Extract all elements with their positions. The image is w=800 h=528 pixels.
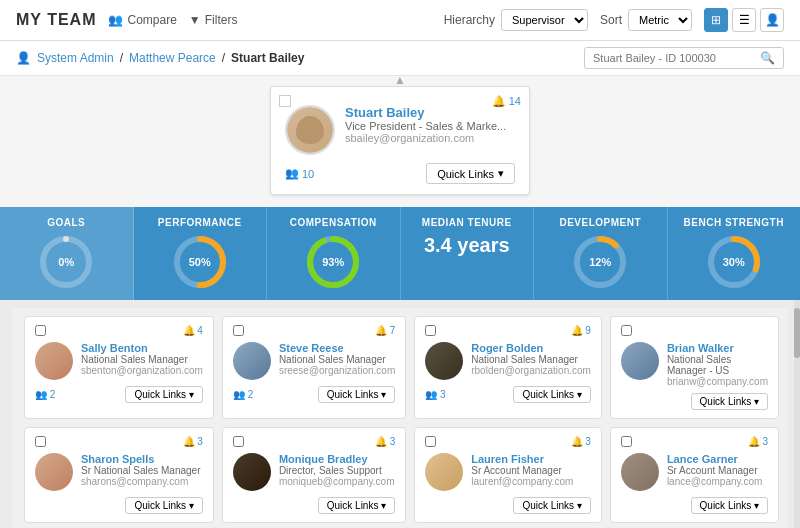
team-count: 👥 3 [425,389,445,400]
team-card-checkbox[interactable] [233,436,244,447]
page-title: MY TEAM [16,11,96,29]
team-avatar [233,453,271,491]
quick-links-button[interactable]: Quick Links ▾ [125,497,202,514]
scrollbar[interactable] [794,300,800,528]
team-member-email: sharons@company.com [81,476,201,487]
team-card-checkbox[interactable] [35,325,46,336]
team-avatar [233,342,271,380]
metric-label: GOALS [6,217,127,228]
quick-links-button[interactable]: Quick Links ▾ [513,497,590,514]
team-card-checkbox[interactable] [621,325,632,336]
manager-checkbox[interactable] [279,95,291,107]
breadcrumb-current: Stuart Bailey [231,51,304,65]
manager-quick-links[interactable]: Quick Links ▾ [426,163,515,184]
header-left: MY TEAM 👥 Compare ▼ Filters [16,11,237,29]
metrics-bar: GOALS 0% PERFORMANCE 50% COMPENSATION 93… [0,207,800,300]
alert-count: 🔔 3 [748,436,768,447]
metric-goals[interactable]: GOALS 0% [0,207,134,300]
team-card: 🔔 3 Monique Bradley Director, Sales Supp… [222,427,406,523]
team-card-header: 🔔 7 [233,325,395,336]
team-card-checkbox[interactable] [425,325,436,336]
team-card-header: 🔔 3 [425,436,591,447]
grid-view-button[interactable]: ⊞ [704,8,728,32]
manager-alert: 🔔 14 [492,95,521,108]
quick-links-button[interactable]: Quick Links ▾ [691,497,768,514]
list-view-button[interactable]: ☰ [732,8,756,32]
compare-button[interactable]: 👥 Compare [108,13,176,27]
team-card-header: 🔔 9 [425,325,591,336]
sort-select[interactable]: Metric [628,9,692,31]
quick-links-button[interactable]: Quick Links ▾ [318,497,395,514]
team-card: 🔔 4 Sally Benton National Sales Manager … [24,316,214,419]
team-card-footer: 👥 2 Quick Links ▾ [35,386,203,403]
team-member-name[interactable]: Sally Benton [81,342,203,354]
alert-count: 🔔 3 [183,436,203,447]
scrollbar-thumb[interactable] [794,308,800,358]
quick-links-button[interactable]: Quick Links ▾ [318,386,395,403]
team-member-email: lance@company.com [667,476,763,487]
team-card-checkbox[interactable] [35,436,46,447]
team-member-name[interactable]: Roger Bolden [471,342,591,354]
hierarchy-select[interactable]: Supervisor [501,9,588,31]
team-member-name[interactable]: Sharon Spells [81,453,201,465]
team-card-footer: Quick Links ▾ [621,497,768,514]
metric-median-tenure[interactable]: MEDIAN TENURE 3.4 years [401,207,535,300]
team-card-body: Lauren Fisher Sr Account Manager laurenf… [425,453,591,491]
team-card-checkbox[interactable] [233,325,244,336]
team-card: 🔔 3 Lauren Fisher Sr Account Manager lau… [414,427,602,523]
org-view-button[interactable]: 👤 [760,8,784,32]
filter-icon: ▼ [189,13,201,27]
search-input[interactable] [593,52,760,64]
team-member-title: National Sales Manager [81,354,203,365]
manager-card-body: Stuart Bailey Vice President - Sales & M… [285,105,515,155]
team-card-footer: 👥 2 Quick Links ▾ [233,386,395,403]
team-member-name[interactable]: Brian Walker [667,342,768,354]
donut-value: 93% [322,256,344,268]
quick-links-button[interactable]: Quick Links ▾ [513,386,590,403]
metric-label: BENCH STRENGTH [674,217,795,228]
alert-icon: 🔔 [492,95,506,107]
team-info: Roger Bolden National Sales Manager rbol… [471,342,591,376]
team-member-title: National Sales Manager [279,354,395,365]
metric-label: MEDIAN TENURE [407,217,528,228]
team-member-email: rbolden@organization.com [471,365,591,376]
team-member-name[interactable]: Monique Bradley [279,453,395,465]
quick-links-button[interactable]: Quick Links ▾ [691,393,768,410]
team-card: 🔔 9 Roger Bolden National Sales Manager … [414,316,602,419]
team-card-checkbox[interactable] [425,436,436,447]
sort-group: Sort Metric [600,9,692,31]
team-card-body: Lance Garner Sr Account Manager lance@co… [621,453,768,491]
team-card-footer: Quick Links ▾ [621,393,768,410]
header: MY TEAM 👥 Compare ▼ Filters Hierarchy Su… [0,0,800,41]
metric-performance[interactable]: PERFORMANCE 50% [134,207,268,300]
manager-email: sbailey@organization.com [345,132,515,144]
breadcrumb-system-admin[interactable]: System Admin [37,51,114,65]
metric-bench-strength[interactable]: BENCH STRENGTH 30% [668,207,801,300]
quick-links-button[interactable]: Quick Links ▾ [125,386,202,403]
metric-label: COMPENSATION [273,217,394,228]
breadcrumb: 👤 System Admin / Matthew Pearce / Stuart… [16,51,304,65]
team-card: 🔔 3 Lance Garner Sr Account Manager lanc… [610,427,779,523]
team-member-name[interactable]: Steve Reese [279,342,395,354]
metric-compensation[interactable]: COMPENSATION 93% [267,207,401,300]
filters-button[interactable]: ▼ Filters [189,13,238,27]
manager-name[interactable]: Stuart Bailey [345,105,515,120]
team-card-body: Sharon Spells Sr National Sales Manager … [35,453,203,491]
team-card-header: 🔔 4 [35,325,203,336]
team-card-checkbox[interactable] [621,436,632,447]
team-info: Sharon Spells Sr National Sales Manager … [81,453,201,487]
team-member-name[interactable]: Lance Garner [667,453,763,465]
team-info: Sally Benton National Sales Manager sben… [81,342,203,376]
donut-chart: 50% [172,234,228,290]
manager-card: 🔔 14 Stuart Bailey Vice President - Sale… [270,86,530,195]
team-count: 👥 2 [35,389,55,400]
donut-chart: 30% [706,234,762,290]
breadcrumb-icon: 👤 [16,51,31,65]
metric-development[interactable]: DEVELOPMENT 12% [534,207,668,300]
search-box[interactable]: 🔍 [584,47,784,69]
donut-chart: 93% [305,234,361,290]
breadcrumb-manager[interactable]: Matthew Pearce [129,51,216,65]
team-member-name[interactable]: Lauren Fisher [471,453,573,465]
donut-chart: 12% [572,234,628,290]
team-card-header [621,325,768,336]
